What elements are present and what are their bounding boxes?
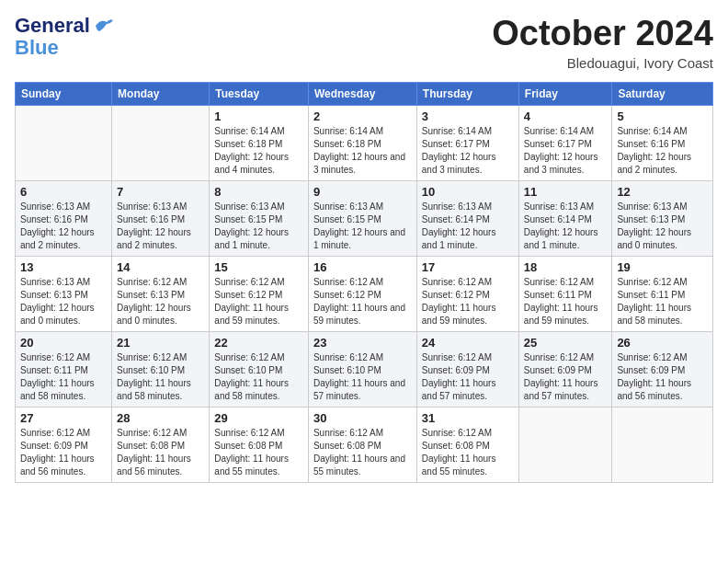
day-number: 11 — [524, 185, 608, 199]
day-number: 15 — [214, 260, 303, 274]
calendar-cell — [16, 105, 112, 180]
day-number: 24 — [422, 336, 514, 350]
day-info: Sunrise: 6:13 AMSunset: 6:14 PMDaylight:… — [524, 201, 608, 252]
day-info: Sunrise: 6:12 AMSunset: 6:08 PMDaylight:… — [313, 427, 412, 478]
day-number: 26 — [617, 336, 708, 350]
day-info: Sunrise: 6:13 AMSunset: 6:16 PMDaylight:… — [20, 201, 107, 252]
calendar-cell: 26Sunrise: 6:12 AMSunset: 6:09 PMDayligh… — [612, 331, 713, 407]
calendar-week-5: 27Sunrise: 6:12 AMSunset: 6:09 PMDayligh… — [16, 407, 713, 482]
day-number: 19 — [617, 260, 708, 274]
weekday-header-sunday: Sunday — [16, 82, 112, 105]
calendar-cell: 20Sunrise: 6:12 AMSunset: 6:11 PMDayligh… — [16, 331, 112, 407]
day-number: 14 — [117, 260, 204, 274]
day-number: 5 — [617, 109, 708, 123]
logo: General Blue — [15, 15, 114, 59]
day-info: Sunrise: 6:13 AMSunset: 6:15 PMDaylight:… — [313, 201, 412, 252]
day-number: 18 — [524, 260, 608, 274]
calendar-cell: 19Sunrise: 6:12 AMSunset: 6:11 PMDayligh… — [612, 256, 713, 331]
day-info: Sunrise: 6:12 AMSunset: 6:12 PMDaylight:… — [313, 276, 412, 327]
day-info: Sunrise: 6:12 AMSunset: 6:09 PMDaylight:… — [20, 427, 107, 478]
calendar-week-3: 13Sunrise: 6:13 AMSunset: 6:13 PMDayligh… — [16, 256, 713, 331]
calendar-cell: 16Sunrise: 6:12 AMSunset: 6:12 PMDayligh… — [308, 256, 416, 331]
day-number: 9 — [313, 185, 412, 199]
logo-text: General — [15, 15, 90, 37]
day-number: 23 — [313, 336, 412, 350]
day-number: 13 — [20, 260, 107, 274]
day-number: 21 — [117, 336, 204, 350]
day-info: Sunrise: 6:12 AMSunset: 6:12 PMDaylight:… — [422, 276, 514, 327]
calendar-cell: 10Sunrise: 6:13 AMSunset: 6:14 PMDayligh… — [416, 180, 518, 256]
day-number: 27 — [20, 411, 107, 425]
day-number: 31 — [422, 411, 514, 425]
day-info: Sunrise: 6:13 AMSunset: 6:13 PMDaylight:… — [617, 201, 708, 252]
calendar-cell: 4Sunrise: 6:14 AMSunset: 6:17 PMDaylight… — [518, 105, 612, 180]
calendar-cell: 12Sunrise: 6:13 AMSunset: 6:13 PMDayligh… — [612, 180, 713, 256]
calendar-cell: 29Sunrise: 6:12 AMSunset: 6:08 PMDayligh… — [210, 407, 309, 482]
day-info: Sunrise: 6:14 AMSunset: 6:16 PMDaylight:… — [617, 125, 708, 177]
calendar-cell: 2Sunrise: 6:14 AMSunset: 6:18 PMDaylight… — [308, 105, 416, 180]
day-info: Sunrise: 6:14 AMSunset: 6:17 PMDaylight:… — [422, 125, 514, 177]
calendar-cell: 18Sunrise: 6:12 AMSunset: 6:11 PMDayligh… — [518, 256, 612, 331]
logo-bird-icon — [94, 17, 114, 35]
day-info: Sunrise: 6:12 AMSunset: 6:10 PMDaylight:… — [313, 351, 412, 403]
day-info: Sunrise: 6:12 AMSunset: 6:10 PMDaylight:… — [117, 351, 204, 403]
calendar-table: SundayMondayTuesdayWednesdayThursdayFrid… — [15, 82, 713, 483]
day-number: 2 — [313, 109, 412, 123]
logo-blue-text: Blue — [15, 37, 59, 59]
calendar-cell: 14Sunrise: 6:12 AMSunset: 6:13 PMDayligh… — [112, 256, 210, 331]
day-info: Sunrise: 6:14 AMSunset: 6:17 PMDaylight:… — [524, 125, 608, 177]
calendar-cell: 30Sunrise: 6:12 AMSunset: 6:08 PMDayligh… — [308, 407, 416, 482]
calendar-cell — [612, 407, 713, 482]
calendar-week-4: 20Sunrise: 6:12 AMSunset: 6:11 PMDayligh… — [16, 331, 713, 407]
calendar-cell: 25Sunrise: 6:12 AMSunset: 6:09 PMDayligh… — [518, 331, 612, 407]
month-title: October 2024 — [492, 15, 713, 53]
calendar-cell: 27Sunrise: 6:12 AMSunset: 6:09 PMDayligh… — [16, 407, 112, 482]
day-number: 8 — [214, 185, 303, 199]
calendar-cell: 11Sunrise: 6:13 AMSunset: 6:14 PMDayligh… — [518, 180, 612, 256]
day-number: 10 — [422, 185, 514, 199]
weekday-header-thursday: Thursday — [416, 82, 518, 105]
calendar-cell: 6Sunrise: 6:13 AMSunset: 6:16 PMDaylight… — [16, 180, 112, 256]
day-info: Sunrise: 6:12 AMSunset: 6:08 PMDaylight:… — [214, 427, 303, 478]
calendar-week-2: 6Sunrise: 6:13 AMSunset: 6:16 PMDaylight… — [16, 180, 713, 256]
calendar-cell: 24Sunrise: 6:12 AMSunset: 6:09 PMDayligh… — [416, 331, 518, 407]
day-info: Sunrise: 6:12 AMSunset: 6:11 PMDaylight:… — [20, 351, 107, 403]
weekday-header-tuesday: Tuesday — [210, 82, 309, 105]
day-number: 7 — [117, 185, 204, 199]
calendar-cell — [112, 105, 210, 180]
calendar-cell: 3Sunrise: 6:14 AMSunset: 6:17 PMDaylight… — [416, 105, 518, 180]
day-info: Sunrise: 6:12 AMSunset: 6:09 PMDaylight:… — [617, 351, 708, 403]
calendar-week-1: 1Sunrise: 6:14 AMSunset: 6:18 PMDaylight… — [16, 105, 713, 180]
day-info: Sunrise: 6:13 AMSunset: 6:15 PMDaylight:… — [214, 201, 303, 252]
calendar-cell: 7Sunrise: 6:13 AMSunset: 6:16 PMDaylight… — [112, 180, 210, 256]
calendar-cell: 28Sunrise: 6:12 AMSunset: 6:08 PMDayligh… — [112, 407, 210, 482]
calendar-cell: 31Sunrise: 6:12 AMSunset: 6:08 PMDayligh… — [416, 407, 518, 482]
day-number: 22 — [214, 336, 303, 350]
day-number: 4 — [524, 109, 608, 123]
calendar-cell: 5Sunrise: 6:14 AMSunset: 6:16 PMDaylight… — [612, 105, 713, 180]
day-info: Sunrise: 6:12 AMSunset: 6:08 PMDaylight:… — [422, 427, 514, 478]
calendar-cell: 21Sunrise: 6:12 AMSunset: 6:10 PMDayligh… — [112, 331, 210, 407]
day-info: Sunrise: 6:12 AMSunset: 6:11 PMDaylight:… — [617, 276, 708, 327]
day-number: 29 — [214, 411, 303, 425]
day-info: Sunrise: 6:12 AMSunset: 6:10 PMDaylight:… — [214, 351, 303, 403]
day-info: Sunrise: 6:14 AMSunset: 6:18 PMDaylight:… — [313, 125, 412, 177]
calendar-cell: 23Sunrise: 6:12 AMSunset: 6:10 PMDayligh… — [308, 331, 416, 407]
calendar-cell: 13Sunrise: 6:13 AMSunset: 6:13 PMDayligh… — [16, 256, 112, 331]
calendar-cell: 8Sunrise: 6:13 AMSunset: 6:15 PMDaylight… — [210, 180, 309, 256]
calendar-cell: 1Sunrise: 6:14 AMSunset: 6:18 PMDaylight… — [210, 105, 309, 180]
day-number: 28 — [117, 411, 204, 425]
weekday-header-friday: Friday — [518, 82, 612, 105]
calendar-cell: 17Sunrise: 6:12 AMSunset: 6:12 PMDayligh… — [416, 256, 518, 331]
day-info: Sunrise: 6:12 AMSunset: 6:09 PMDaylight:… — [524, 351, 608, 403]
calendar-header-row: SundayMondayTuesdayWednesdayThursdayFrid… — [16, 82, 713, 105]
page-header: General Blue October 2024 Bledouagui, Iv… — [15, 15, 713, 71]
day-number: 3 — [422, 109, 514, 123]
day-info: Sunrise: 6:14 AMSunset: 6:18 PMDaylight:… — [214, 125, 303, 177]
day-info: Sunrise: 6:12 AMSunset: 6:09 PMDaylight:… — [422, 351, 514, 403]
day-number: 30 — [313, 411, 412, 425]
day-number: 16 — [313, 260, 412, 274]
day-number: 6 — [20, 185, 107, 199]
day-number: 20 — [20, 336, 107, 350]
day-info: Sunrise: 6:12 AMSunset: 6:11 PMDaylight:… — [524, 276, 608, 327]
